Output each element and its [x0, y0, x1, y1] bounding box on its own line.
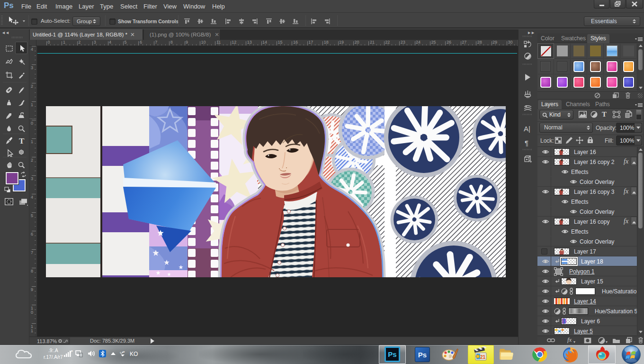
svg-text:T: T: [19, 136, 25, 145]
svg-text:r.17/.A/r7: r.17/.A/r7: [44, 355, 63, 360]
svg-text:ص: ص: [120, 349, 125, 354]
svg-text:.9:.A: .9:.A: [48, 348, 58, 353]
svg-text:21: 21: [480, 355, 486, 360]
